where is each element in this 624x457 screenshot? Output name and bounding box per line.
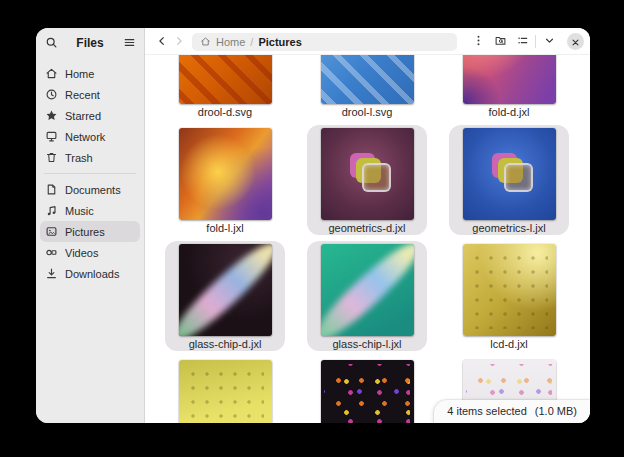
toolbar: Home / Pictures — [145, 28, 590, 55]
selection-count: 4 items selected — [447, 405, 526, 417]
list-icon — [516, 33, 529, 51]
search-button[interactable] — [43, 35, 59, 51]
sidebar-item-trash[interactable]: Trash — [40, 147, 140, 168]
network-icon — [45, 130, 58, 143]
close-icon — [571, 33, 580, 51]
sidebar-item-label: Recent — [65, 89, 100, 101]
files-window: Files HomeRecentStarredNetworkTrashDocum… — [36, 28, 590, 423]
selection-size: (1.0 MB) — [535, 405, 577, 417]
app-title: Files — [59, 36, 121, 50]
sidebar-list: HomeRecentStarredNetworkTrashDocumentsMu… — [36, 56, 144, 284]
file-name: glass-chip-l.jxl — [332, 338, 401, 351]
video-icon — [45, 246, 58, 259]
chevron-down-icon — [543, 33, 556, 51]
sidebar-item-label: Downloads — [65, 268, 119, 280]
breadcrumb-home[interactable]: Home — [216, 36, 245, 48]
sidebar-item-label: Documents — [65, 184, 121, 196]
file-name: drool-d.svg — [198, 106, 252, 119]
sidebar-item-downloads[interactable]: Downloads — [40, 263, 140, 284]
file-item-glass-chip-l[interactable]: glass-chip-l.jxl — [307, 241, 427, 351]
thumbnail — [321, 128, 414, 220]
folder-search-icon — [494, 33, 507, 51]
toolbar-actions — [467, 32, 560, 52]
sidebar-item-home[interactable]: Home — [40, 63, 140, 84]
sidebar-item-documents[interactable]: Documents — [40, 179, 140, 200]
sidebar-item-recent[interactable]: Recent — [40, 84, 140, 105]
thumbnail — [463, 128, 556, 220]
sidebar-header: Files — [36, 28, 144, 56]
home-icon — [200, 36, 211, 47]
file-grid: drool-d.svgdrool-l.svgfold-d.jxlfold-l.j… — [165, 55, 569, 423]
selection-status-bar: 4 items selected (1.0 MB) — [434, 400, 590, 423]
breadcrumb-current[interactable]: Pictures — [258, 36, 301, 48]
chevron-left-icon — [156, 33, 168, 51]
cube-shape — [362, 163, 391, 192]
search-button[interactable] — [489, 32, 511, 52]
main-pane: Home / Pictures drool-d.svgdrool-l.svgfo… — [145, 28, 590, 423]
sidebar-item-label: Trash — [65, 152, 93, 164]
back-button[interactable] — [153, 33, 170, 50]
sidebar: Files HomeRecentStarredNetworkTrashDocum… — [36, 28, 145, 423]
file-item-lcd-l[interactable] — [165, 357, 285, 423]
sidebar-item-videos[interactable]: Videos — [40, 242, 140, 263]
file-item-glass-chip-d[interactable]: glass-chip-d.jxl — [165, 241, 285, 351]
file-item-lcd-d[interactable]: lcd-d.jxl — [449, 241, 569, 351]
music-icon — [45, 204, 58, 217]
file-name: lcd-d.jxl — [490, 338, 527, 351]
file-name: fold-d.jxl — [489, 106, 530, 119]
file-item-geometrics-l[interactable]: geometrics-l.jxl — [449, 125, 569, 235]
thumbnail — [179, 55, 272, 104]
file-name: fold-l.jxl — [206, 222, 243, 235]
thumbnail — [179, 128, 272, 220]
file-name: geometrics-d.jxl — [328, 222, 405, 235]
breadcrumb: Home / Pictures — [192, 33, 457, 51]
home-icon — [45, 67, 58, 80]
thumbnail — [179, 360, 272, 423]
sidebar-item-network[interactable]: Network — [40, 126, 140, 147]
view-toggle-button[interactable] — [511, 32, 533, 52]
file-name: drool-l.svg — [342, 106, 393, 119]
clock-icon — [45, 88, 58, 101]
sidebar-item-label: Pictures — [65, 226, 105, 238]
thumbnail — [321, 244, 414, 336]
star-icon — [45, 109, 58, 122]
document-icon — [45, 183, 58, 196]
file-name: geometrics-l.jxl — [472, 222, 545, 235]
file-item-fold-d[interactable]: fold-d.jxl — [449, 55, 569, 119]
file-item-drool-l[interactable]: drool-l.svg — [307, 55, 427, 119]
cube-shape — [504, 163, 533, 192]
toolbar-divider — [535, 35, 536, 48]
file-item-fold-l[interactable]: fold-l.jxl — [165, 125, 285, 235]
sidebar-separator — [44, 173, 136, 174]
trash-icon — [45, 151, 58, 164]
thumbnail — [179, 244, 272, 336]
sidebar-item-label: Starred — [65, 110, 101, 122]
sidebar-item-label: Network — [65, 131, 105, 143]
file-grid-view: drool-d.svgdrool-l.svgfold-d.jxlfold-l.j… — [145, 55, 590, 423]
hamburger-icon — [123, 35, 136, 53]
sidebar-item-starred[interactable]: Starred — [40, 105, 140, 126]
hamburger-menu-button[interactable] — [121, 35, 137, 51]
thumbnail — [321, 360, 414, 423]
kebab-icon — [472, 33, 485, 51]
sidebar-item-pictures[interactable]: Pictures — [40, 221, 140, 242]
sidebar-item-label: Home — [65, 68, 94, 80]
view-options-button[interactable] — [538, 32, 560, 52]
main-menu-button[interactable] — [467, 32, 489, 52]
thumbnail — [463, 244, 556, 336]
file-name: glass-chip-d.jxl — [189, 338, 262, 351]
forward-button[interactable] — [170, 33, 187, 50]
search-icon — [45, 35, 58, 53]
image-icon — [45, 225, 58, 238]
chevron-right-icon — [173, 33, 185, 51]
sidebar-item-label: Videos — [65, 247, 98, 259]
thumbnail — [463, 55, 556, 104]
breadcrumb-separator: / — [250, 36, 253, 48]
download-icon — [45, 267, 58, 280]
file-item-geometrics-d[interactable]: geometrics-d.jxl — [307, 125, 427, 235]
close-button[interactable] — [567, 33, 584, 50]
sidebar-item-music[interactable]: Music — [40, 200, 140, 221]
thumbnail — [321, 55, 414, 104]
file-item-drool-d[interactable]: drool-d.svg — [165, 55, 285, 119]
file-item-neogeo-d[interactable] — [307, 357, 427, 423]
